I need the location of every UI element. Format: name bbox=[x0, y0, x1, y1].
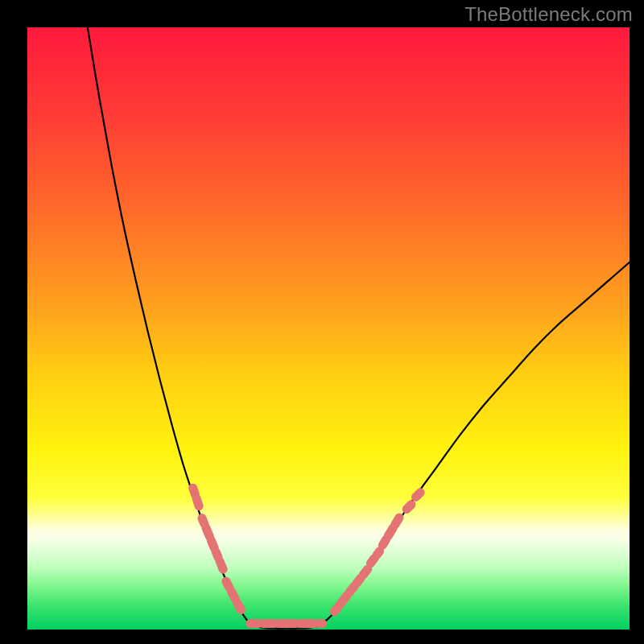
app-frame: TheBottleneck.com bbox=[0, 0, 644, 644]
marker-segment bbox=[415, 491, 421, 497]
chart-background bbox=[27, 27, 630, 630]
chart-area bbox=[27, 27, 630, 630]
watermark-label: TheBottleneck.com bbox=[464, 3, 633, 26]
marker-segment bbox=[407, 503, 412, 509]
marker-segment bbox=[193, 488, 199, 506]
chart-svg bbox=[27, 27, 630, 630]
